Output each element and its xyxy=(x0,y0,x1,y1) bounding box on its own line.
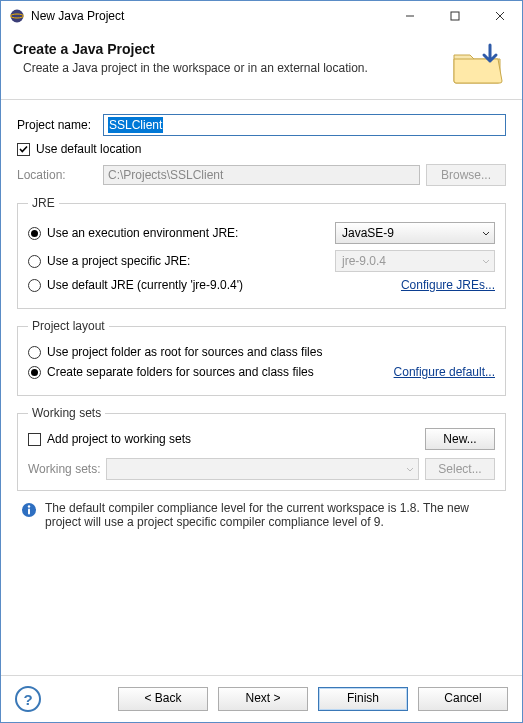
location-label: Location: xyxy=(17,168,103,182)
project-name-input[interactable]: SSLClient xyxy=(103,114,506,136)
eclipse-icon xyxy=(9,8,25,24)
banner: Create a Java Project Create a Java proj… xyxy=(1,31,522,100)
back-button[interactable]: < Back xyxy=(118,687,208,711)
ws-legend: Working sets xyxy=(28,406,105,420)
layout-separate-label: Create separate folders for sources and … xyxy=(47,365,394,379)
layout-root-label: Use project folder as root for sources a… xyxy=(47,345,495,359)
configure-jres-link[interactable]: Configure JREs... xyxy=(401,278,495,292)
dialog-window: New Java Project Create a Java Project C… xyxy=(0,0,523,723)
chevron-down-icon xyxy=(482,254,490,268)
jre-env-radio[interactable] xyxy=(28,227,41,240)
finish-button[interactable]: Finish xyxy=(318,687,408,711)
add-to-working-sets-label: Add project to working sets xyxy=(47,432,191,446)
chevron-down-icon xyxy=(406,462,414,476)
use-default-location-label: Use default location xyxy=(36,142,141,156)
layout-legend: Project layout xyxy=(28,319,109,333)
project-name-label: Project name: xyxy=(17,118,103,132)
svg-rect-3 xyxy=(451,12,459,20)
jre-group: JRE Use an execution environment JRE: Ja… xyxy=(17,196,506,309)
cancel-button[interactable]: Cancel xyxy=(418,687,508,711)
minimize-button[interactable] xyxy=(387,1,432,31)
jre-project-radio[interactable] xyxy=(28,255,41,268)
maximize-button[interactable] xyxy=(432,1,477,31)
jre-env-combo[interactable]: JavaSE-9 xyxy=(335,222,495,244)
jre-env-value: JavaSE-9 xyxy=(342,226,394,240)
help-button[interactable]: ? xyxy=(15,686,41,712)
window-title: New Java Project xyxy=(31,9,387,23)
working-sets-label: Working sets: xyxy=(28,462,100,476)
project-name-value: SSLClient xyxy=(108,117,163,133)
next-button[interactable]: Next > xyxy=(218,687,308,711)
working-sets-combo xyxy=(106,458,419,480)
info-icon xyxy=(21,502,37,518)
info-text: The default compiler compliance level fo… xyxy=(45,501,502,529)
jre-project-label: Use a project specific JRE: xyxy=(47,254,271,268)
browse-button: Browse... xyxy=(426,164,506,186)
svg-point-0 xyxy=(11,10,24,23)
location-input xyxy=(103,165,420,185)
close-button[interactable] xyxy=(477,1,522,31)
jre-project-combo: jre-9.0.4 xyxy=(335,250,495,272)
layout-separate-radio[interactable] xyxy=(28,366,41,379)
working-sets-group: Working sets Add project to working sets… xyxy=(17,406,506,491)
configure-default-link[interactable]: Configure default... xyxy=(394,365,495,379)
chevron-down-icon xyxy=(482,226,490,240)
layout-root-radio[interactable] xyxy=(28,346,41,359)
titlebar: New Java Project xyxy=(1,1,522,31)
jre-env-label: Use an execution environment JRE: xyxy=(47,226,271,240)
footer: ? < Back Next > Finish Cancel xyxy=(1,675,522,722)
project-layout-group: Project layout Use project folder as roo… xyxy=(17,319,506,396)
jre-legend: JRE xyxy=(28,196,59,210)
banner-title: Create a Java Project xyxy=(13,41,446,57)
add-to-working-sets-checkbox[interactable] xyxy=(28,433,41,446)
svg-rect-8 xyxy=(28,509,30,515)
jre-default-radio[interactable] xyxy=(28,279,41,292)
content-area: Project name: SSLClient Use default loca… xyxy=(1,100,522,675)
select-working-set-button: Select... xyxy=(425,458,495,480)
use-default-location-checkbox[interactable] xyxy=(17,143,30,156)
svg-point-7 xyxy=(28,505,30,507)
new-working-set-button[interactable]: New... xyxy=(425,428,495,450)
info-message: The default compiler compliance level fo… xyxy=(17,501,506,529)
wizard-folder-icon xyxy=(446,39,510,89)
jre-default-label: Use default JRE (currently 'jre-9.0.4') xyxy=(47,278,401,292)
jre-project-value: jre-9.0.4 xyxy=(342,254,386,268)
banner-subtitle: Create a Java project in the workspace o… xyxy=(23,61,446,75)
